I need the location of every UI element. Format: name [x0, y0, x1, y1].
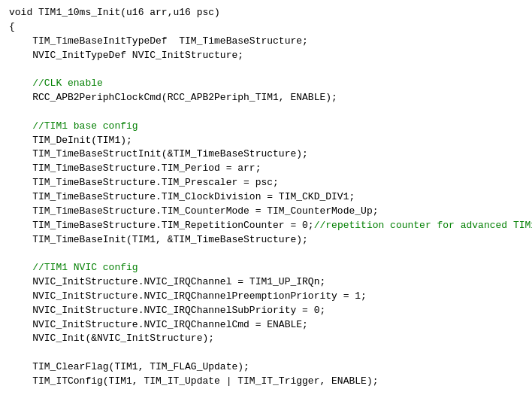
code-line: TIM_TimeBaseInit(TIM1, &TIM_TimeBaseStru… [9, 233, 523, 248]
code-line [9, 105, 523, 120]
code-line: void TIM1_10ms_Init(u16 arr,u16 psc) [9, 6, 523, 20]
code-line: TIM_ITConfig(TIM1, TIM_IT_Update | TIM_I… [9, 375, 523, 389]
code-line [9, 346, 523, 360]
code-line: NVIC_InitTypeDef NVIC_InitStructure; [9, 49, 523, 63]
code-text: TIM_TimeBaseStructInit(&TIM_TimeBaseStru… [9, 148, 308, 159]
code-line: { [9, 20, 523, 35]
code-line: TIM_TimeBaseStructure.TIM_RepetitionCoun… [9, 219, 523, 233]
code-line: NVIC_InitStructure.NVIC_IRQChannelSubPri… [9, 304, 523, 318]
code-text: TIM_TimeBaseStructure.TIM_Period = arr; [9, 163, 261, 174]
code-text: //CLK enable [9, 77, 103, 89]
code-text: TIM_TimeBaseStructure.TIM_ClockDivision … [9, 191, 355, 202]
code-line: NVIC_Init(&NVIC_InitStructure); [9, 332, 523, 346]
code-editor: void TIM1_10ms_Init(u16 arr,u16 psc) { T… [0, 0, 532, 404]
code-line: //CLK enable [9, 77, 523, 91]
code-text: { [9, 21, 15, 32]
code-line: TIM_TimeBaseStructInit(&TIM_TimeBaseStru… [9, 147, 523, 162]
code-line: RCC_APB2PeriphClockCmd(RCC_APB2Periph_TI… [9, 91, 523, 105]
code-line [9, 62, 523, 77]
code-text: void TIM1_10ms_Init(u16 arr,u16 psc) [9, 7, 220, 18]
code-line: TIM_TimeBaseStructure.TIM_Prescaler = ps… [9, 176, 523, 190]
code-text: TIM_TimeBaseStructure.TIM_CounterMode = … [9, 205, 378, 217]
code-text: TIM_DeInit(TIM1); [9, 135, 132, 146]
code-line: //TIM1 base config [9, 120, 523, 134]
code-text: TIM_TimeBaseInit(TIM1, &TIM_TimeBaseStru… [9, 234, 308, 245]
code-text: TIM_TimeBaseStructure.TIM_Prescaler = ps… [9, 177, 279, 188]
code-line: //TIM1 NVIC config [9, 261, 523, 275]
code-line: TIM_TimeBaseStructure.TIM_CounterMode = … [9, 205, 523, 219]
code-text: TIM_ITConfig(TIM1, TIM_IT_Update | TIM_I… [9, 375, 378, 387]
code-text: //TIM1 NVIC config [9, 262, 138, 273]
code-text: NVIC_InitTypeDef NVIC_InitStructure; [9, 50, 243, 61]
code-line: NVIC_InitStructure.NVIC_IRQChannel = TIM… [9, 275, 523, 290]
code-text: TIM_TimeBaseStructure.TIM_RepetitionCoun… [9, 220, 314, 231]
code-line: TIM_TimeBaseInitTypeDef TIM_TimeBaseStru… [9, 35, 523, 49]
code-text: TIM_ClearFlag(TIM1, TIM_FLAG_Update); [9, 361, 249, 372]
code-text: //TIM1 base config [9, 120, 138, 132]
code-text: NVIC_InitStructure.NVIC_IRQChannelCmd = … [9, 319, 308, 330]
code-text: NVIC_InitStructure.NVIC_IRQChannelPreemp… [9, 290, 367, 302]
code-text: NVIC_InitStructure.NVIC_IRQChannel = TIM… [9, 276, 325, 287]
code-line: TIM_TimeBaseStructure.TIM_ClockDivision … [9, 190, 523, 205]
code-line: TIM_ClearFlag(TIM1, TIM_FLAG_Update); [9, 360, 523, 375]
code-text: RCC_APB2PeriphClockCmd(RCC_APB2Periph_TI… [9, 92, 337, 103]
code-line [9, 247, 523, 261]
code-line: TIM_TimeBaseStructure.TIM_Period = arr; [9, 162, 523, 176]
code-text: //repetition counter for advanced TIM1 [314, 220, 532, 231]
code-text: NVIC_Init(&NVIC_InitStructure); [9, 333, 214, 344]
code-line [9, 389, 523, 403]
code-text: NVIC_InitStructure.NVIC_IRQChannelSubPri… [9, 305, 325, 316]
code-line: TIM_DeInit(TIM1); [9, 134, 523, 148]
code-text: TIM_TimeBaseInitTypeDef TIM_TimeBaseStru… [9, 35, 308, 47]
code-line: NVIC_InitStructure.NVIC_IRQChannelCmd = … [9, 318, 523, 333]
code-line: NVIC_InitStructure.NVIC_IRQChannelPreemp… [9, 290, 523, 304]
